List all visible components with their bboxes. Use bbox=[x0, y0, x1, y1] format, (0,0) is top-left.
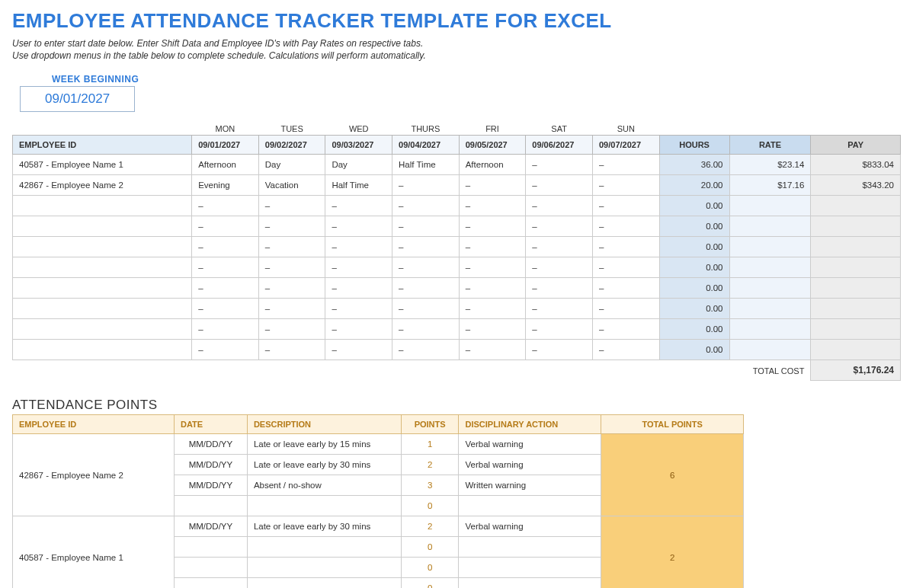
shift-cell[interactable]: – bbox=[258, 299, 325, 319]
employee-id-cell[interactable] bbox=[13, 278, 192, 299]
shift-cell[interactable]: – bbox=[459, 257, 526, 278]
shift-cell[interactable]: – bbox=[459, 196, 526, 216]
shift-cell[interactable]: – bbox=[192, 278, 259, 299]
shift-cell[interactable]: – bbox=[192, 319, 259, 340]
week-beginning-input[interactable]: 09/01/2027 bbox=[20, 86, 135, 112]
shift-cell[interactable]: – bbox=[392, 319, 460, 340]
shift-cell[interactable]: – bbox=[392, 216, 460, 237]
shift-cell[interactable]: – bbox=[392, 278, 460, 299]
points-desc-cell[interactable] bbox=[247, 496, 401, 516]
shift-cell[interactable]: – bbox=[392, 196, 460, 216]
shift-cell[interactable]: – bbox=[526, 175, 593, 196]
shift-cell[interactable]: – bbox=[258, 216, 325, 237]
shift-cell[interactable]: Half Time bbox=[392, 155, 460, 175]
shift-cell[interactable]: – bbox=[192, 257, 259, 278]
points-date-cell[interactable] bbox=[174, 537, 247, 558]
points-date-cell[interactable]: MM/DD/YY bbox=[174, 434, 247, 455]
shift-cell[interactable]: Vacation bbox=[258, 175, 325, 196]
points-desc-cell[interactable] bbox=[247, 537, 401, 558]
shift-cell[interactable]: – bbox=[459, 319, 526, 340]
points-desc-cell[interactable] bbox=[247, 558, 401, 578]
shift-cell[interactable]: Half Time bbox=[325, 175, 392, 196]
shift-cell[interactable]: – bbox=[526, 278, 593, 299]
shift-cell[interactable]: – bbox=[526, 216, 593, 237]
points-action-cell[interactable] bbox=[459, 558, 601, 578]
shift-cell[interactable]: Afternoon bbox=[459, 155, 526, 175]
points-date-cell[interactable] bbox=[174, 558, 247, 578]
shift-cell[interactable]: – bbox=[192, 216, 259, 237]
shift-cell[interactable]: – bbox=[592, 319, 659, 340]
points-desc-cell[interactable]: Absent / no-show bbox=[247, 475, 401, 496]
shift-cell[interactable]: – bbox=[526, 299, 593, 319]
points-desc-cell[interactable] bbox=[247, 578, 401, 588]
shift-cell[interactable]: Evening bbox=[192, 175, 259, 196]
shift-cell[interactable]: – bbox=[325, 299, 392, 319]
shift-cell[interactable]: – bbox=[592, 257, 659, 278]
points-action-cell[interactable] bbox=[459, 537, 601, 558]
shift-cell[interactable]: – bbox=[258, 237, 325, 257]
points-action-cell[interactable]: Verbal warning bbox=[459, 455, 601, 475]
shift-cell[interactable]: – bbox=[592, 155, 659, 175]
shift-cell[interactable]: – bbox=[526, 257, 593, 278]
shift-cell[interactable]: – bbox=[325, 196, 392, 216]
points-desc-cell[interactable]: Late or leave early by 30 mins bbox=[247, 516, 401, 537]
shift-cell[interactable]: – bbox=[459, 340, 526, 360]
points-action-cell[interactable] bbox=[459, 496, 601, 516]
shift-cell[interactable]: Day bbox=[325, 155, 392, 175]
employee-id-cell[interactable] bbox=[13, 299, 192, 319]
shift-cell[interactable]: – bbox=[526, 196, 593, 216]
employee-id-cell[interactable]: 40587 - Employee Name 1 bbox=[13, 155, 192, 175]
shift-cell[interactable]: – bbox=[325, 319, 392, 340]
shift-cell[interactable]: Afternoon bbox=[192, 155, 259, 175]
shift-cell[interactable]: – bbox=[392, 257, 460, 278]
shift-cell[interactable]: – bbox=[459, 278, 526, 299]
shift-cell[interactable]: – bbox=[592, 216, 659, 237]
points-date-cell[interactable]: MM/DD/YY bbox=[174, 516, 247, 537]
shift-cell[interactable]: – bbox=[592, 340, 659, 360]
shift-cell[interactable]: – bbox=[258, 340, 325, 360]
shift-cell[interactable]: – bbox=[192, 196, 259, 216]
employee-id-cell[interactable] bbox=[13, 340, 192, 360]
points-action-cell[interactable]: Verbal warning bbox=[459, 516, 601, 537]
shift-cell[interactable]: Day bbox=[258, 155, 325, 175]
shift-cell[interactable]: – bbox=[258, 319, 325, 340]
shift-cell[interactable]: – bbox=[325, 257, 392, 278]
shift-cell[interactable]: – bbox=[459, 216, 526, 237]
points-desc-cell[interactable]: Late or leave early by 30 mins bbox=[247, 455, 401, 475]
points-employee-cell[interactable]: 42867 - Employee Name 2 bbox=[13, 434, 175, 516]
points-action-cell[interactable]: Written warning bbox=[459, 475, 601, 496]
shift-cell[interactable]: – bbox=[526, 155, 593, 175]
shift-cell[interactable]: – bbox=[459, 175, 526, 196]
shift-cell[interactable]: – bbox=[526, 319, 593, 340]
shift-cell[interactable]: – bbox=[392, 340, 460, 360]
employee-id-cell[interactable] bbox=[13, 257, 192, 278]
points-date-cell[interactable]: MM/DD/YY bbox=[174, 475, 247, 496]
shift-cell[interactable]: – bbox=[325, 237, 392, 257]
shift-cell[interactable]: – bbox=[192, 340, 259, 360]
shift-cell[interactable]: – bbox=[325, 278, 392, 299]
points-date-cell[interactable]: MM/DD/YY bbox=[174, 455, 247, 475]
shift-cell[interactable]: – bbox=[592, 237, 659, 257]
points-date-cell[interactable] bbox=[174, 578, 247, 588]
shift-cell[interactable]: – bbox=[592, 196, 659, 216]
employee-id-cell[interactable] bbox=[13, 237, 192, 257]
shift-cell[interactable]: – bbox=[258, 196, 325, 216]
shift-cell[interactable]: – bbox=[258, 257, 325, 278]
points-action-cell[interactable] bbox=[459, 578, 601, 588]
shift-cell[interactable]: – bbox=[592, 299, 659, 319]
shift-cell[interactable]: – bbox=[526, 340, 593, 360]
shift-cell[interactable]: – bbox=[192, 299, 259, 319]
shift-cell[interactable]: – bbox=[392, 175, 460, 196]
shift-cell[interactable]: – bbox=[258, 278, 325, 299]
shift-cell[interactable]: – bbox=[459, 237, 526, 257]
shift-cell[interactable]: – bbox=[192, 237, 259, 257]
shift-cell[interactable]: – bbox=[592, 278, 659, 299]
employee-id-cell[interactable] bbox=[13, 216, 192, 237]
shift-cell[interactable]: – bbox=[325, 216, 392, 237]
shift-cell[interactable]: – bbox=[392, 299, 460, 319]
shift-cell[interactable]: – bbox=[592, 175, 659, 196]
employee-id-cell[interactable]: 42867 - Employee Name 2 bbox=[13, 175, 192, 196]
shift-cell[interactable]: – bbox=[392, 237, 460, 257]
employee-id-cell[interactable] bbox=[13, 196, 192, 216]
points-desc-cell[interactable]: Late or leave early by 15 mins bbox=[247, 434, 401, 455]
